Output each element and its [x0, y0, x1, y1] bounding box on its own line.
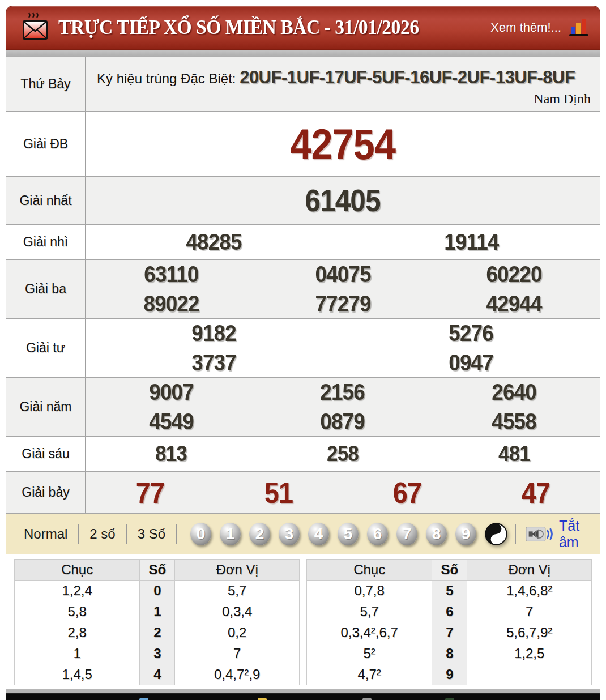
- results-table: Thứ Bảy Ký hiệu trúng Đặc Biệt: 20UF-1UF…: [6, 57, 600, 513]
- digit-cell: 5: [432, 581, 467, 601]
- summary-table-right: Chục Số Đơn Vị 0,7,8 5 1,4,6,8² 5,7 6 7 …: [306, 559, 592, 685]
- prize-number: 5276: [449, 320, 493, 347]
- tens-cell: 1,2,4: [15, 581, 140, 601]
- mute-label: Tắt âm: [559, 518, 593, 550]
- row-prize-2: Giải nhì 48285 19114: [6, 224, 600, 259]
- prize-number: 2640: [492, 379, 536, 406]
- tens-cell: 5²: [307, 643, 432, 664]
- tens-cell: 2,8: [15, 622, 140, 643]
- units-cell: [467, 664, 592, 685]
- col-header-units: Đơn Vị: [467, 560, 592, 581]
- units-cell: 1,4,6,8²: [467, 581, 592, 601]
- header-divider: [6, 50, 600, 57]
- summary-row: 5,8 1 0,3,4: [15, 601, 300, 622]
- prize-number: 77: [135, 476, 164, 510]
- digit-cell: 2: [140, 622, 175, 643]
- prize-number: 258: [327, 441, 359, 466]
- header: TRỰC TIẾP XỔ SỐ MIỀN BẮC - 31/01/2026 Xe…: [6, 6, 600, 50]
- cut-off-icon: [362, 698, 372, 700]
- day-label: Thứ Bảy: [6, 57, 86, 111]
- row-prize-4: Giải tư 9182 5276 3737 0947: [6, 318, 600, 377]
- units-cell: 1,2,5: [467, 643, 592, 664]
- prize-number: 67: [392, 476, 421, 510]
- ball-1[interactable]: 1: [220, 523, 241, 545]
- summary-header-row: Chục Số Đơn Vị: [307, 560, 592, 581]
- tens-cell: 5,8: [15, 601, 140, 622]
- ball-3[interactable]: 3: [279, 523, 300, 545]
- prize-number: 47: [521, 476, 549, 510]
- digit-cell: 8: [432, 643, 467, 664]
- prize-number: 813: [155, 441, 187, 466]
- row-prize-6: Giải sáu 813 258 481: [6, 436, 600, 471]
- units-cell: 5,6,7,9²: [467, 622, 592, 643]
- units-cell: 7: [467, 601, 592, 622]
- summary-row: 1 3 7: [15, 643, 300, 664]
- bar-chart-icon[interactable]: [567, 17, 590, 39]
- yin-yang-icon[interactable]: [485, 523, 507, 545]
- col-header-units: Đơn Vị: [175, 560, 300, 581]
- summary-row: 0,7,8 5 1,4,6,8²: [307, 581, 592, 601]
- prize-label: Giải ba: [6, 260, 86, 318]
- tens-cell: 5,7: [307, 601, 432, 622]
- ball-8[interactable]: 8: [426, 523, 447, 545]
- cut-off-icon: [139, 698, 148, 700]
- prize-number: 42754: [290, 119, 395, 169]
- separator: [515, 524, 516, 544]
- summary-row: 1,4,5 4 0,4,7²,9: [15, 664, 300, 685]
- digit-cell: 3: [140, 643, 175, 664]
- prize-number: 4558: [492, 408, 536, 435]
- ball-4[interactable]: 4: [308, 523, 329, 545]
- summary-row: 5² 8 1,2,5: [307, 643, 592, 664]
- prize-number: 0947: [449, 349, 493, 376]
- ball-2[interactable]: 2: [249, 523, 270, 545]
- digit-balls: 0 1 2 3 4 5 6 7 8 9: [190, 523, 507, 545]
- prize-number: 9007: [149, 379, 193, 406]
- ball-5[interactable]: 5: [338, 523, 359, 545]
- mute-control[interactable]: Tắt âm: [526, 518, 593, 550]
- page-title: TRỰC TIẾP XỔ SỐ MIỀN BẮC - 31/01/2026: [58, 16, 419, 39]
- prize-number: 77279: [315, 291, 370, 317]
- ball-0[interactable]: 0: [190, 523, 211, 545]
- prize-number: 19114: [444, 229, 498, 255]
- tens-cell: 1,4,5: [15, 664, 140, 685]
- mode-3-digits[interactable]: 3 Số: [127, 526, 176, 542]
- mode-2-digits[interactable]: 2 số: [79, 526, 126, 542]
- ball-7[interactable]: 7: [396, 523, 417, 545]
- row-prize-5: Giải năm 9007 2156 2640 4549 0879 4558: [6, 377, 600, 436]
- col-header-digit: Số: [140, 560, 175, 581]
- prize-label: Giải bảy: [6, 472, 86, 513]
- ball-9[interactable]: 9: [455, 523, 476, 545]
- prize-label: Giải ĐB: [6, 112, 86, 176]
- hot-envelope-icon: [21, 12, 50, 46]
- prize-number: 3737: [192, 349, 236, 376]
- mode-normal[interactable]: Normal: [13, 526, 78, 542]
- province-name: Nam Định: [534, 91, 591, 106]
- row-prize-7: Giải bảy 77 51 67 47: [6, 471, 600, 513]
- see-more-link[interactable]: Xem thêm!...: [490, 20, 561, 35]
- prize-number: 2156: [321, 379, 365, 406]
- prize-label: Giải sáu: [6, 437, 86, 471]
- digit-cell: 1: [140, 601, 175, 622]
- prize-number: 481: [498, 441, 530, 466]
- ball-6[interactable]: 6: [367, 523, 388, 545]
- row-special-sign: Thứ Bảy Ký hiệu trúng Đặc Biệt: 20UF-1UF…: [6, 57, 600, 111]
- digit-cell: 9: [432, 664, 467, 685]
- units-cell: 0,2: [175, 622, 300, 643]
- prize-number: 60220: [486, 261, 542, 288]
- prize-number: 61405: [305, 182, 380, 219]
- digit-cell: 7: [432, 622, 467, 643]
- prize-number: 63110: [144, 261, 198, 288]
- col-header-tens: Chục: [307, 560, 432, 581]
- row-prize-db: Giải ĐB 42754: [6, 111, 600, 176]
- separator: [176, 524, 177, 544]
- units-cell: 7: [175, 643, 300, 664]
- prize-number: 42944: [486, 291, 542, 317]
- row-prize-1: Giải nhất 61405: [6, 176, 600, 224]
- digit-cell: 0: [140, 581, 175, 601]
- prize-number: 51: [264, 476, 292, 510]
- summary-row: 5,7 6 7: [307, 601, 592, 622]
- col-header-digit: Số: [432, 560, 467, 581]
- prize-number: 0879: [321, 408, 365, 435]
- summary-row: 0,3,4²,6,7 7 5,6,7,9²: [307, 622, 592, 643]
- tens-cell: 0,7,8: [307, 581, 432, 601]
